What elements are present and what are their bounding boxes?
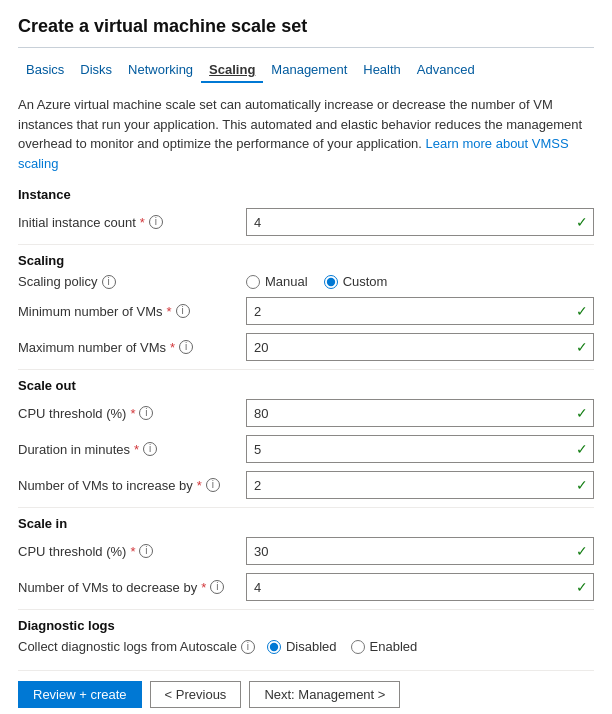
scale-in-cpu-label: CPU threshold (%) * i bbox=[18, 544, 238, 559]
scale-out-increase-row: Number of VMs to increase by * i ✓ bbox=[18, 471, 594, 499]
info-icon-duration[interactable]: i bbox=[143, 442, 157, 456]
scale-out-duration-input-wrapper: ✓ bbox=[246, 435, 594, 463]
scale-out-cpu-input-wrapper: ✓ bbox=[246, 399, 594, 427]
scaling-policy-manual-option[interactable]: Manual bbox=[246, 274, 308, 289]
scale-out-section: Scale out CPU threshold (%) * i ✓ Durati… bbox=[18, 378, 594, 499]
initial-instance-count-input[interactable] bbox=[246, 208, 594, 236]
instance-separator bbox=[18, 244, 594, 245]
info-icon-min-vms[interactable]: i bbox=[176, 304, 190, 318]
tab-networking[interactable]: Networking bbox=[120, 58, 201, 83]
footer: Review + create < Previous Next: Managem… bbox=[18, 670, 594, 708]
nav-tabs: Basics Disks Networking Scaling Manageme… bbox=[18, 58, 594, 83]
next-button[interactable]: Next: Management > bbox=[249, 681, 400, 708]
review-create-button[interactable]: Review + create bbox=[18, 681, 142, 708]
scale-in-separator bbox=[18, 609, 594, 610]
tab-scaling[interactable]: Scaling bbox=[201, 58, 263, 83]
required-star-increase: * bbox=[197, 478, 202, 493]
tab-disks[interactable]: Disks bbox=[72, 58, 120, 83]
scaling-section-header: Scaling bbox=[18, 253, 594, 268]
diag-enabled-option[interactable]: Enabled bbox=[351, 639, 418, 654]
scaling-policy-row: Scaling policy i Manual Custom bbox=[18, 274, 594, 289]
scale-in-decrease-label: Number of VMs to decrease by * i bbox=[18, 580, 238, 595]
scale-out-duration-row: Duration in minutes * i ✓ bbox=[18, 435, 594, 463]
initial-instance-count-row: Initial instance count * i ✓ bbox=[18, 208, 594, 236]
page-title: Create a virtual machine scale set bbox=[18, 16, 594, 37]
initial-instance-count-label: Initial instance count * i bbox=[18, 215, 238, 230]
diag-disabled-radio[interactable] bbox=[267, 640, 281, 654]
scale-in-cpu-input-wrapper: ✓ bbox=[246, 537, 594, 565]
scale-in-cpu-row: CPU threshold (%) * i ✓ bbox=[18, 537, 594, 565]
diag-enabled-label: Enabled bbox=[370, 639, 418, 654]
info-icon-decrease[interactable]: i bbox=[210, 580, 224, 594]
diagnostic-logs-header: Diagnostic logs bbox=[18, 618, 594, 633]
scaling-policy-label: Scaling policy i bbox=[18, 274, 238, 289]
info-icon-increase[interactable]: i bbox=[206, 478, 220, 492]
required-star: * bbox=[140, 215, 145, 230]
scale-out-header: Scale out bbox=[18, 378, 594, 393]
tab-management[interactable]: Management bbox=[263, 58, 355, 83]
diag-disabled-option[interactable]: Disabled bbox=[267, 639, 337, 654]
info-icon-diag[interactable]: i bbox=[241, 640, 255, 654]
required-star-min: * bbox=[166, 304, 171, 319]
max-vms-input[interactable] bbox=[246, 333, 594, 361]
required-star-cpu-out: * bbox=[130, 406, 135, 421]
info-icon-cpu-out[interactable]: i bbox=[139, 406, 153, 420]
previous-button[interactable]: < Previous bbox=[150, 681, 242, 708]
description-text: An Azure virtual machine scale set can a… bbox=[18, 95, 594, 173]
scale-in-cpu-input[interactable] bbox=[246, 537, 594, 565]
scaling-separator bbox=[18, 369, 594, 370]
tab-advanced[interactable]: Advanced bbox=[409, 58, 483, 83]
scale-out-increase-input[interactable] bbox=[246, 471, 594, 499]
diagnostic-logs-label: Collect diagnostic logs from Autoscale i bbox=[18, 639, 255, 654]
scaling-policy-custom-radio[interactable] bbox=[324, 275, 338, 289]
scaling-policy-manual-radio[interactable] bbox=[246, 275, 260, 289]
max-vms-row: Maximum number of VMs * i ✓ bbox=[18, 333, 594, 361]
scale-in-header: Scale in bbox=[18, 516, 594, 531]
scaling-policy-custom-option[interactable]: Custom bbox=[324, 274, 388, 289]
scale-out-increase-input-wrapper: ✓ bbox=[246, 471, 594, 499]
diag-disabled-label: Disabled bbox=[286, 639, 337, 654]
max-vms-input-wrapper: ✓ bbox=[246, 333, 594, 361]
diag-enabled-radio[interactable] bbox=[351, 640, 365, 654]
min-vms-label: Minimum number of VMs * i bbox=[18, 304, 238, 319]
min-vms-input[interactable] bbox=[246, 297, 594, 325]
title-divider bbox=[18, 47, 594, 48]
scale-in-decrease-row: Number of VMs to decrease by * i ✓ bbox=[18, 573, 594, 601]
scale-out-cpu-row: CPU threshold (%) * i ✓ bbox=[18, 399, 594, 427]
diagnostic-logs-row: Collect diagnostic logs from Autoscale i… bbox=[18, 639, 594, 654]
tab-basics[interactable]: Basics bbox=[18, 58, 72, 83]
min-vms-input-wrapper: ✓ bbox=[246, 297, 594, 325]
min-vms-row: Minimum number of VMs * i ✓ bbox=[18, 297, 594, 325]
required-star-max: * bbox=[170, 340, 175, 355]
info-icon-max-vms[interactable]: i bbox=[179, 340, 193, 354]
required-star-duration: * bbox=[134, 442, 139, 457]
scale-out-cpu-input[interactable] bbox=[246, 399, 594, 427]
scale-out-duration-label: Duration in minutes * i bbox=[18, 442, 238, 457]
scaling-policy-custom-label: Custom bbox=[343, 274, 388, 289]
initial-instance-count-input-wrapper: ✓ bbox=[246, 208, 594, 236]
info-icon-scaling-policy[interactable]: i bbox=[102, 275, 116, 289]
diagnostic-logs-section: Diagnostic logs Collect diagnostic logs … bbox=[18, 618, 594, 654]
scale-out-cpu-label: CPU threshold (%) * i bbox=[18, 406, 238, 421]
scaling-policy-radio-group: Manual Custom bbox=[246, 274, 594, 289]
required-star-cpu-in: * bbox=[130, 544, 135, 559]
diagnostic-logs-options: Disabled Enabled bbox=[267, 639, 417, 654]
required-star-decrease: * bbox=[201, 580, 206, 595]
info-icon-cpu-in[interactable]: i bbox=[139, 544, 153, 558]
max-vms-label: Maximum number of VMs * i bbox=[18, 340, 238, 355]
scale-out-separator bbox=[18, 507, 594, 508]
scale-in-decrease-input[interactable] bbox=[246, 573, 594, 601]
scale-out-increase-label: Number of VMs to increase by * i bbox=[18, 478, 238, 493]
instance-section-header: Instance bbox=[18, 187, 594, 202]
scaling-policy-manual-label: Manual bbox=[265, 274, 308, 289]
scale-in-decrease-input-wrapper: ✓ bbox=[246, 573, 594, 601]
scale-out-duration-input[interactable] bbox=[246, 435, 594, 463]
tab-health[interactable]: Health bbox=[355, 58, 409, 83]
scale-in-section: Scale in CPU threshold (%) * i ✓ Number … bbox=[18, 516, 594, 601]
info-icon-initial[interactable]: i bbox=[149, 215, 163, 229]
